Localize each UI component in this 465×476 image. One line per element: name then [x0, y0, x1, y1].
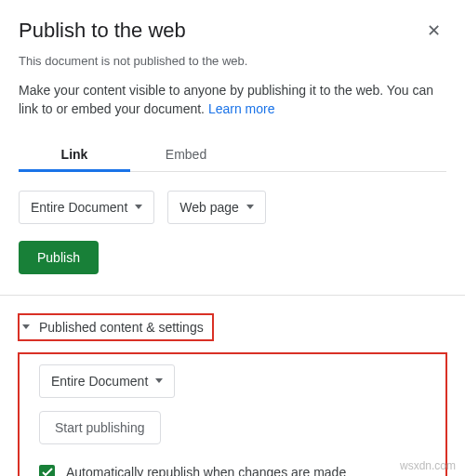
- dialog-header: Publish to the web ✕: [19, 19, 446, 43]
- watermark: wsxdn.com: [400, 459, 456, 472]
- check-icon: [42, 468, 53, 476]
- disclosure-label: Published content & settings: [39, 320, 204, 335]
- dialog-title: Publish to the web: [19, 19, 186, 43]
- tab-link-label: Link: [61, 147, 88, 162]
- close-icon[interactable]: ✕: [421, 19, 446, 43]
- published-settings-panel: Entire Document Start publishing Automat…: [19, 353, 446, 476]
- tab-link[interactable]: Link: [19, 139, 130, 171]
- tab-bar: Link Embed: [19, 139, 446, 172]
- publish-status: This document is not published to the we…: [19, 54, 446, 68]
- scope-dropdown-label: Entire Document: [31, 200, 127, 215]
- description: Make your content visible to anyone by p…: [19, 81, 446, 119]
- chevron-down-icon: [135, 205, 142, 209]
- tab-embed-label: Embed: [166, 147, 206, 162]
- divider: [0, 295, 465, 296]
- start-publishing-button[interactable]: Start publishing: [39, 411, 161, 444]
- learn-more-link[interactable]: Learn more: [208, 101, 275, 116]
- scope-dropdown[interactable]: Entire Document: [19, 191, 154, 224]
- publish-dialog: Publish to the web ✕ This document is no…: [0, 0, 465, 476]
- auto-republish-checkbox[interactable]: [39, 465, 55, 476]
- chevron-down-icon: [22, 324, 30, 329]
- auto-republish-label: Automatically republish when changes are…: [66, 465, 346, 476]
- published-content-disclosure[interactable]: Published content & settings: [19, 314, 213, 340]
- chevron-down-icon: [246, 205, 254, 209]
- settings-scope-dropdown-label: Entire Document: [51, 374, 148, 389]
- options-row: Entire Document Web page: [19, 191, 446, 224]
- format-dropdown[interactable]: Web page: [167, 191, 266, 224]
- tab-embed[interactable]: Embed: [130, 139, 242, 171]
- format-dropdown-label: Web page: [179, 200, 239, 215]
- settings-scope-dropdown[interactable]: Entire Document: [39, 364, 175, 398]
- publish-button[interactable]: Publish: [19, 241, 99, 274]
- auto-republish-row[interactable]: Automatically republish when changes are…: [26, 457, 441, 476]
- chevron-down-icon: [155, 378, 163, 383]
